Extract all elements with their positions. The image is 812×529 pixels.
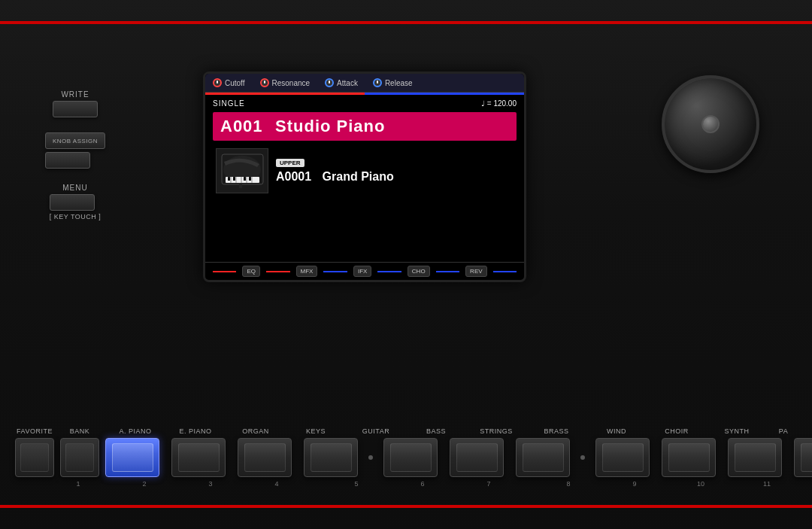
svg-rect-11 [244,177,246,181]
guitar-button-inner [390,443,432,472]
write-label: WRITE [53,90,98,99]
release-indicator: Release [373,78,413,87]
key-num-10: 10 [674,480,728,488]
layer-name-row: A0001 Grand Piano [276,170,394,184]
key-touch-label: [ KEY TOUCH ] [50,213,102,220]
bank-button-inner [65,443,94,472]
release-knob-dot [373,78,382,87]
buttons-row [0,438,812,477]
layer-id: A0001 [276,170,311,183]
screen-tempo-text: ♩ = 120.00 [481,99,517,108]
screen-content-area: Cutoff Resonance Attack Release [205,74,524,280]
apiano-label: A. PIANO [108,427,162,435]
knob-assign-label: KNOB ASSIGN [53,138,98,144]
choir-button-inner [735,443,776,472]
choir-label: CHOIR [650,427,704,435]
cutoff-knob-dot [213,78,222,87]
rev-button[interactable]: REV [465,266,486,277]
key-num-6: 6 [395,480,450,488]
guitar-button[interactable] [383,438,438,477]
keys-button[interactable] [304,438,358,477]
knob-assign-sub-button[interactable] [45,152,90,169]
bottom-accent-stripe [0,505,812,508]
strings-button[interactable] [516,438,570,477]
fx-bar: EQ MFX IFX CHO REV [205,262,524,280]
fx-blue-line [323,271,347,272]
knob-assign-button[interactable]: KNOB ASSIGN [45,132,105,149]
layer-row: UPPER A0001 Grand Piano [213,145,517,196]
bank-button[interactable] [60,438,99,477]
key-num-4: 4 [250,480,304,488]
keys-label: KEYS [289,427,343,435]
apiano-button-inner [112,443,153,472]
dot-sep-1 [368,455,373,460]
eq-button[interactable]: EQ [242,266,260,277]
patch-row: A001 Studio Piano [213,112,517,141]
apiano-button[interactable] [105,438,159,477]
number-labels-row: 1 2 3 4 5 6 7 8 9 10 11 [0,480,812,488]
brass-button-inner [602,443,644,472]
epiano-label: E. PIANO [168,427,223,435]
cutoff-label: Cutoff [225,79,245,87]
data-dial-knob[interactable] [662,75,759,173]
bottom-section: FAVORITE BANK A. PIANO E. PIANO ORGAN KE… [0,427,812,488]
cho-button[interactable]: CHO [408,266,430,277]
release-label: Release [385,79,413,87]
fx-blue-line-4 [493,271,517,272]
tempo-value: = 120.00 [487,99,517,108]
tempo-icon: ♩ [481,99,485,108]
svg-rect-12 [249,177,251,181]
wind-label: WIND [589,427,644,435]
favorite-button-inner [20,443,49,472]
bass-label: BASS [409,427,463,435]
epiano-button-inner [178,443,220,472]
key-num-1: 1 [51,480,105,488]
category-labels-row: FAVORITE BANK A. PIANO E. PIANO ORGAN KE… [0,427,812,435]
ifx-button[interactable]: IFX [353,266,371,277]
fav-bank-label-group: FAVORITE BANK [15,427,99,435]
layer-name: Grand Piano [323,170,394,183]
write-button[interactable] [53,101,98,117]
wind-button[interactable] [662,438,716,477]
cutoff-indicator: Cutoff [213,78,245,87]
organ-button[interactable] [238,438,292,477]
screen-mode-text: SINGLE [213,99,245,108]
fx-red-line [213,271,236,272]
attack-knob-dot [325,78,334,87]
mode-row: SINGLE ♩ = 120.00 [213,99,517,108]
piano-svg [218,150,267,192]
svg-rect-9 [228,177,230,181]
fx-blue-line-3 [436,271,459,272]
patch-id: A001 [220,117,263,135]
favorite-button[interactable] [15,438,54,477]
key-num-5: 5 [329,480,383,488]
key-num-7: 7 [462,480,516,488]
keys-button-inner [311,443,352,472]
brass-button[interactable] [595,438,650,477]
screen-main-content: SINGLE ♩ = 120.00 A001 Studio Piano [205,95,524,262]
piano-thumbnail [216,148,268,193]
fx-red-line-2 [266,271,289,272]
key-num-3: 3 [183,480,238,488]
knob-assign-section: KNOB ASSIGN [45,132,105,169]
choir-button[interactable] [728,438,782,477]
mfx-button[interactable]: MFX [296,266,318,277]
layer-info: UPPER A0001 Grand Piano [276,159,394,184]
resonance-knob-dot [260,78,269,87]
synth-label: SYNTH [710,427,764,435]
key-num-8: 8 [541,480,595,488]
strings-button-inner [523,443,564,472]
key-num-2: 2 [117,480,171,488]
organ-label: ORGAN [229,427,283,435]
menu-button[interactable] [50,194,95,211]
synth-button[interactable] [794,438,812,477]
pa-label: PA [770,427,797,435]
resonance-indicator: Resonance [260,78,311,87]
epiano-button[interactable] [171,438,226,477]
bank-label: BANK [60,427,99,435]
resonance-label: Resonance [272,79,311,87]
synthesizer-device: WRITE KNOB ASSIGN MENU [ KEY TOUCH ] Cut… [0,0,812,529]
category-buttons [102,438,812,477]
left-panel: WRITE KNOB ASSIGN MENU [ KEY TOUCH ] [45,90,105,220]
bass-button[interactable] [450,438,504,477]
